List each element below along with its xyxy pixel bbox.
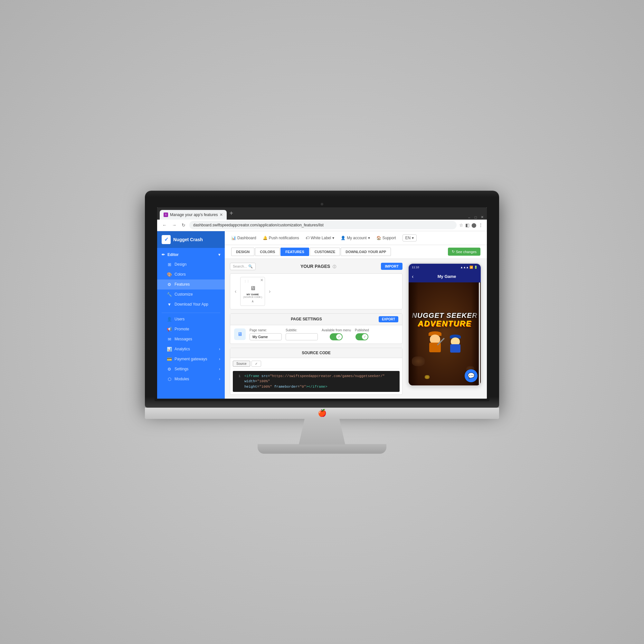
code-attr-height: height bbox=[244, 385, 257, 389]
extension-icon[interactable]: ◧ bbox=[465, 223, 469, 228]
next-arrow[interactable]: › bbox=[268, 287, 272, 296]
page-card-close-icon[interactable]: ✕ bbox=[260, 278, 263, 282]
prev-arrow[interactable]: ‹ bbox=[233, 287, 238, 296]
messages-icon: ✉ bbox=[167, 337, 172, 342]
search-icon[interactable]: 🔍 bbox=[248, 264, 253, 269]
editor-label: Editor bbox=[167, 252, 179, 257]
line-number-2 bbox=[235, 384, 241, 390]
sidebar-editor-header[interactable]: ✏ Editor ▾ bbox=[157, 250, 225, 260]
sidebar-item-download[interactable]: ▼ Download Your App bbox=[157, 299, 225, 309]
support-label: Support bbox=[383, 236, 396, 240]
sidebar-item-design[interactable]: ⊞ Design bbox=[157, 260, 225, 270]
character-1 bbox=[426, 331, 444, 355]
minimize-button[interactable]: – bbox=[467, 215, 471, 220]
page-name-field-group: Page name: bbox=[250, 328, 282, 340]
analytics-chevron-icon: › bbox=[219, 347, 220, 351]
code-value-frameborder: "0" bbox=[300, 385, 306, 389]
import-button[interactable]: IMPORT bbox=[381, 263, 403, 270]
sidebar-item-modules[interactable]: ⬡ Modules › bbox=[157, 374, 225, 384]
close-button[interactable]: ✕ bbox=[480, 215, 484, 220]
subtitle-input[interactable] bbox=[286, 333, 318, 340]
bell-icon: 🔔 bbox=[263, 236, 268, 240]
nav-my-account[interactable]: 👤 My account ▾ bbox=[341, 236, 370, 240]
nav-dashboard[interactable]: 📊 Dashboard bbox=[231, 236, 256, 240]
browser-window: S Manage your app's features ✕ + – □ ✕ bbox=[157, 207, 487, 399]
sidebar-item-settings[interactable]: ⚙ Settings › bbox=[157, 364, 225, 374]
promote-icon: 📢 bbox=[167, 327, 172, 332]
tab-close-button[interactable]: ✕ bbox=[220, 213, 223, 217]
imac-screen-shell: S Manage your app's features ✕ + – □ ✕ bbox=[145, 191, 499, 408]
editor-chevron-icon: ▾ bbox=[218, 252, 220, 257]
code-line-1: 1 <iframe src="https://swiftspeedappcrea… bbox=[235, 374, 397, 384]
bookmark-icon[interactable]: ☆ bbox=[459, 223, 463, 228]
tab-features[interactable]: FEATURES bbox=[280, 248, 309, 256]
export-button[interactable]: EXPORT bbox=[379, 316, 398, 322]
available-menu-toggle[interactable]: ✓ bbox=[330, 333, 343, 340]
maximize-button[interactable]: □ bbox=[473, 215, 478, 220]
tab-download[interactable]: DOWNLOAD YOUR APP bbox=[341, 248, 391, 256]
page-card-icon: 🖥 bbox=[243, 285, 262, 292]
phone-back-button[interactable]: ‹ bbox=[412, 274, 413, 279]
sidebar: ✓ Nugget Crash ✏ Editor ▾ ⊞ bbox=[157, 231, 225, 399]
see-changes-button[interactable]: ↻ See changes bbox=[448, 248, 480, 256]
new-tab-button[interactable]: + bbox=[227, 210, 236, 217]
sidebar-item-analytics[interactable]: 📊 Analytics › bbox=[157, 344, 225, 354]
forward-button[interactable]: → bbox=[171, 222, 178, 228]
users-icon: 👤 bbox=[167, 317, 172, 322]
tab-design[interactable]: DESIGN bbox=[231, 248, 254, 256]
nav-support[interactable]: 🏠 Support bbox=[376, 236, 396, 240]
settings-icon: ⚙ bbox=[167, 367, 172, 372]
sidebar-item-payment-gateways[interactable]: 💳 Payment gateways › bbox=[157, 354, 225, 364]
tab-label: Manage your app's features bbox=[170, 213, 218, 217]
toggle-knob: ✓ bbox=[336, 334, 342, 340]
profile-icon[interactable]: ⬤ bbox=[471, 223, 477, 228]
signal-icon: ▲▲▲ bbox=[460, 266, 469, 269]
page-card-my-game[interactable]: ✕ ⋮⋮ 🖥 MY GAME (SOURCE CODE:) ∧ bbox=[240, 277, 265, 306]
sidebar-item-customize[interactable]: 🔧 Customize bbox=[157, 289, 225, 299]
nav-push-notifications[interactable]: 🔔 Push notifications bbox=[263, 236, 299, 240]
imac-chin: 🍎 bbox=[145, 408, 499, 419]
code-editor[interactable]: 1 <iframe src="https://swiftspeedappcrea… bbox=[233, 371, 400, 392]
sidebar-item-colors[interactable]: 🎨 Colors bbox=[157, 270, 225, 279]
menu-icon[interactable]: ⋮ bbox=[478, 223, 483, 228]
published-toggle[interactable]: ✓ bbox=[355, 333, 368, 340]
page-card-sub: (SOURCE CODE:) bbox=[243, 296, 262, 298]
modules-label: Modules bbox=[175, 377, 189, 381]
sidebar-item-messages[interactable]: ✉ Messages bbox=[157, 334, 225, 344]
apple-logo: 🍎 bbox=[318, 409, 327, 417]
source-tab[interactable]: Source bbox=[233, 361, 250, 367]
person-icon: 👤 bbox=[341, 236, 346, 240]
wifi-icon: 📶 bbox=[469, 266, 473, 269]
tab-colors[interactable]: COLORS bbox=[255, 248, 280, 256]
browser-tab[interactable]: S Manage your app's features ✕ bbox=[160, 210, 227, 220]
sidebar-item-features[interactable]: ⚙ Features bbox=[157, 279, 225, 289]
available-menu-toggle-group: Available from menu ✓ bbox=[322, 328, 351, 340]
editor-tab-check[interactable]: ✓ bbox=[251, 361, 261, 367]
code-attr-width: width bbox=[244, 379, 255, 383]
page-card-collapse-icon[interactable]: ∧ bbox=[243, 299, 262, 303]
sidebar-item-users[interactable]: 👤 Users bbox=[157, 314, 225, 324]
reload-button[interactable]: ↻ bbox=[180, 222, 187, 228]
chat-button[interactable]: 💬 bbox=[465, 369, 478, 382]
game-title-adventure: ADVENTURE bbox=[412, 319, 478, 328]
back-button[interactable]: ← bbox=[161, 222, 168, 228]
phone-time: 11:10 bbox=[412, 266, 419, 269]
sidebar-item-promote[interactable]: 📢 Promote bbox=[157, 324, 225, 334]
code-content-2: height="100%" frameborder="0"></iframe> bbox=[244, 384, 327, 390]
page-content: Search... 🔍 YOUR PAGES ⓘ IMPORT bbox=[225, 259, 487, 399]
sidebar-editor-section: ✏ Editor ▾ ⊞ Design 🎨 C bbox=[157, 248, 225, 311]
search-placeholder-text: Search... bbox=[233, 264, 247, 268]
tab-bar: S Manage your app's features ✕ + – □ ✕ bbox=[157, 207, 487, 220]
imac-stand-base bbox=[258, 444, 386, 454]
app-content: ✓ Nugget Crash ✏ Editor ▾ ⊞ bbox=[157, 231, 487, 399]
code-value-src: "https://swiftspeedappcreator.com/games/… bbox=[270, 374, 384, 378]
scene: S Manage your app's features ✕ + – □ ✕ bbox=[0, 0, 644, 644]
url-input[interactable] bbox=[189, 221, 457, 229]
promote-label: Promote bbox=[175, 327, 189, 331]
head-1 bbox=[430, 335, 440, 344]
language-selector[interactable]: EN ▾ bbox=[403, 234, 417, 241]
nav-white-label[interactable]: 🏷 White Label ▾ bbox=[306, 236, 334, 240]
design-icon: ⊞ bbox=[167, 262, 172, 267]
tab-customize[interactable]: CUSTOMIZE bbox=[310, 248, 340, 256]
page-name-input[interactable] bbox=[250, 333, 282, 340]
